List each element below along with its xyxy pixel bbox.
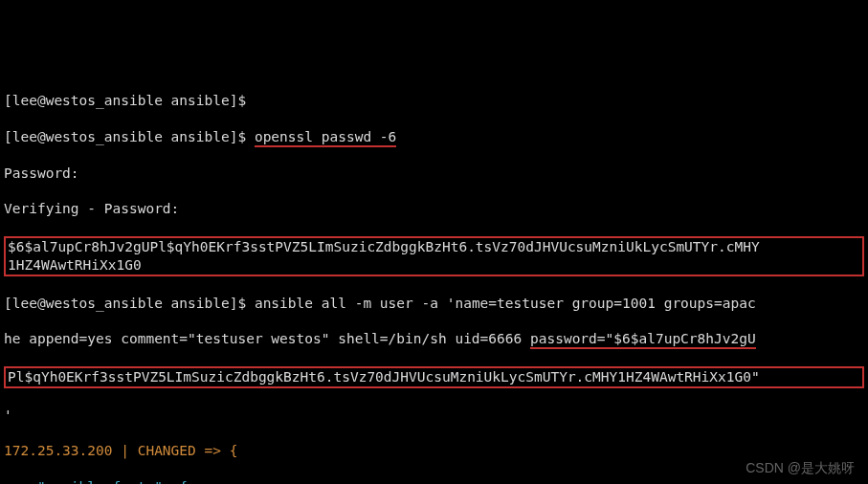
ansible-cmd-line-2: he append=yes comment="testuser westos" … bbox=[4, 330, 864, 348]
openssl-command: openssl passwd -6 bbox=[255, 129, 396, 147]
terminal[interactable]: [lee@westos_ansible ansible]$ [lee@westo… bbox=[0, 72, 868, 484]
ansible-cmd-end: ' bbox=[4, 407, 864, 425]
ansible-cmd-a: ansible all -m user -a 'name=testuser gr… bbox=[255, 296, 756, 311]
ansible-cmd-c: Pl$qYh0EKrf3sstPVZ5LImSuzicZdbggkBzHt6.t… bbox=[8, 369, 760, 385]
shell-prompt: [lee@westos_ansible ansible]$ bbox=[4, 129, 255, 144]
shell-prompt: [lee@westos_ansible ansible]$ bbox=[4, 93, 255, 108]
hash-line-2: 1HZ4WAwtRHiXx1G0 bbox=[8, 257, 142, 273]
ansible-cmd-line-1: [lee@westos_ansible ansible]$ ansible al… bbox=[4, 295, 864, 313]
hash-output-box: $6$al7upCr8hJv2gUPl$qYh0EKrf3sstPVZ5LImS… bbox=[4, 236, 864, 276]
verify-prompt: Verifying - Password: bbox=[4, 200, 864, 218]
password-prompt: Password: bbox=[4, 165, 864, 183]
shell-prompt: [lee@westos_ansible ansible]$ bbox=[4, 296, 255, 311]
ansible-cmd-b: he append=yes comment="testuser westos" … bbox=[4, 331, 530, 346]
csdn-watermark: CSDN @是大姚呀 bbox=[746, 459, 855, 476]
result-header: 172.25.33.200 | CHANGED => { bbox=[4, 442, 864, 460]
ansible-pw-arg: password="$6$al7upCr8hJv2gU bbox=[530, 331, 756, 349]
prompt-line-1: [lee@westos_ansible ansible]$ openssl pa… bbox=[4, 128, 864, 146]
ansible-facts-open: "ansible_facts": { bbox=[4, 478, 864, 484]
ansible-pw-hash-box: Pl$qYh0EKrf3sstPVZ5LImSuzicZdbggkBzHt6.t… bbox=[4, 366, 864, 388]
prompt-line-0: [lee@westos_ansible ansible]$ bbox=[4, 92, 864, 110]
hash-line-1: $6$al7upCr8hJv2gUPl$qYh0EKrf3sstPVZ5LImS… bbox=[8, 239, 760, 254]
